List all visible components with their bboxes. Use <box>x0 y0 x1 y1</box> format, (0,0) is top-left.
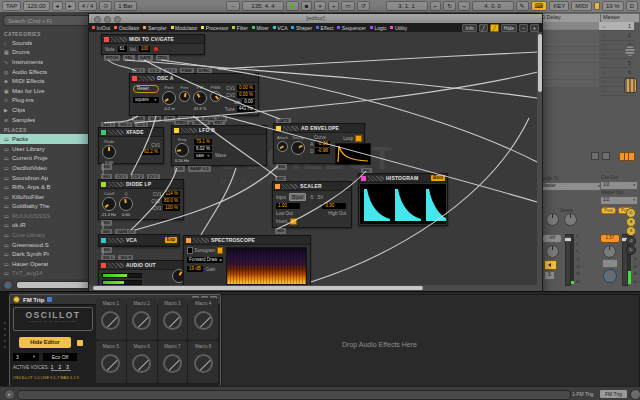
module-category-tab[interactable]: Processor <box>201 25 228 31</box>
preview-volume-box[interactable] <box>602 259 618 268</box>
browser-category[interactable]: ▣Max for Live <box>0 86 95 96</box>
hide-button[interactable]: Hide <box>501 24 517 32</box>
macro-knob[interactable]: Macro 3 <box>158 298 188 340</box>
device-activator-icon[interactable] <box>13 296 20 303</box>
module-spectroscope[interactable]: SPECTROSCOPE Sonogram Forward Draw◆ 19 d… <box>183 235 311 285</box>
device-view-edge[interactable] <box>0 292 9 387</box>
master-volume-field[interactable]: 1.57 <box>600 234 620 243</box>
module-lfo-b[interactable]: FREQDEPTHRST LFO B Freq6.50 Hz 79.1 % 6.… <box>171 119 267 172</box>
browser-place[interactable]: ▭Current Proje <box>0 154 95 164</box>
curve-d-value[interactable]: -0.98 <box>315 148 329 154</box>
reset-button[interactable]: Reset <box>133 85 159 93</box>
browser-place[interactable]: ▭Hauer Operat <box>0 259 95 269</box>
browser-place[interactable]: ▭Greenwood S <box>0 240 95 250</box>
clock-icon[interactable] <box>630 389 640 400</box>
module-category-tab[interactable]: Effect <box>316 25 333 31</box>
pwm-knob[interactable] <box>210 91 221 102</box>
browser-place[interactable]: ▭Goldbaby The <box>0 202 95 212</box>
nudge-up-button[interactable]: ▸ <box>65 1 76 11</box>
punch-in-button[interactable]: ⌐ <box>430 1 442 11</box>
scene-slot[interactable]: 2 <box>600 31 634 40</box>
port-outlet[interactable]: SIG <box>275 228 286 234</box>
play-button[interactable]: ▶ <box>286 1 299 11</box>
zoom-out-button[interactable]: − <box>519 24 528 32</box>
browser-place[interactable]: ▭Core Library <box>0 230 95 240</box>
module-ad-envelope[interactable]: GATE AD ENVELOPE Attack Decay Curve A-0.… <box>273 117 365 170</box>
macro-knob[interactable]: Macro 8 <box>188 341 218 383</box>
patch-mode-icon[interactable]: ╱ <box>479 24 488 32</box>
module-category-tab[interactable]: Oscillator <box>114 25 139 31</box>
lin-amount[interactable]: 0.00 <box>242 99 255 105</box>
port-inlet[interactable]: SIG <box>361 168 372 174</box>
port-outlet[interactable]: TRIG <box>156 55 170 61</box>
fine-knob[interactable] <box>179 91 190 102</box>
wave-select[interactable]: square▼ <box>133 97 159 103</box>
loop-button[interactable]: ↻ <box>443 1 456 11</box>
session-arrangement-toggle[interactable] <box>624 78 637 93</box>
track-tab-2[interactable]: FM Trig <box>600 390 627 398</box>
port-inlet[interactable]: SYNC <box>197 68 212 74</box>
vel-value[interactable]: 100 <box>139 46 151 52</box>
master-out-select[interactable]: 1/2▾ <box>600 196 638 205</box>
browser-category[interactable]: ◈MIDI Effects <box>0 76 95 86</box>
port-inlet[interactable]: SIG <box>275 176 286 182</box>
port-inlet[interactable]: RST <box>213 120 225 126</box>
module-category-tab[interactable]: Logic <box>370 25 386 31</box>
scene-slot[interactable]: 1 <box>600 22 634 31</box>
browser-place[interactable]: ▭Dark Synth Pr <box>0 249 95 259</box>
status-overview-bar[interactable] <box>17 390 571 400</box>
macro-knob[interactable]: Macro 1 <box>96 298 126 340</box>
return-pan-knob[interactable] <box>546 245 559 258</box>
module-category-tab[interactable]: Utility <box>390 25 407 31</box>
module-category-tab[interactable]: In/Out <box>92 25 110 31</box>
port-inlet[interactable]: GAIN CV <box>115 229 136 235</box>
module-category-tab[interactable]: VCA <box>273 25 288 31</box>
browser-place[interactable]: ▭TnT_aug14 <box>0 269 95 279</box>
port-inlet[interactable]: CV 1 <box>115 174 128 180</box>
lfo-wave-select[interactable]: saw▼ <box>194 153 212 159</box>
patch-canvas[interactable]: OSCILLOT MODULAR SYNTHESIZER MIDI TO CV/… <box>89 32 542 285</box>
post-toggle[interactable]: Post <box>601 207 616 214</box>
port-inlet[interactable]: CV 2 <box>131 174 144 180</box>
automation-arm-button[interactable]: ▭ <box>341 1 355 11</box>
cue-volume-knob[interactable] <box>603 269 617 283</box>
scope-gain-value[interactable]: 19 dB <box>187 266 203 272</box>
pw-knob[interactable] <box>193 91 207 105</box>
mixer-section-toggle[interactable]: S <box>626 226 636 236</box>
module-diode-lp[interactable]: SIGCV 1CV 2CV 3 DIODE LP Cutoff21.4 Hz Q… <box>98 173 184 226</box>
loop-checkbox[interactable] <box>355 135 362 142</box>
port-outlet[interactable]: PITCH <box>104 55 120 61</box>
time-signature-field[interactable]: 4 / 4 <box>78 1 98 11</box>
module-osc-a[interactable]: CV 1CV 2CV 3PWMSYNC OSC A Reset square▼ … <box>129 67 259 122</box>
port-outlet[interactable]: GATE <box>138 55 153 61</box>
module-audio-out[interactable]: SIG LSIG R AUDIO OUT -12 dB <box>98 254 190 285</box>
browser-place[interactable]: ▭Riffs, Arps & B <box>0 182 95 192</box>
port-inlet[interactable]: SIG 1 <box>101 122 115 128</box>
browser-category[interactable]: ◎Audio Effects <box>0 67 95 77</box>
lfo-depth-value[interactable]: 79.1 % <box>194 139 212 145</box>
port-inlet[interactable]: SIG L <box>101 255 115 261</box>
send-a-knob[interactable] <box>546 213 559 226</box>
scene-slot[interactable]: 6 <box>600 68 634 77</box>
computer-midi-keyboard-icon[interactable]: ⌨ <box>531 1 548 11</box>
master-pan-knob[interactable] <box>603 245 616 258</box>
clip-slot-grid[interactable] <box>539 22 599 88</box>
port-inlet[interactable]: SIG <box>101 174 112 180</box>
overview-toggle-icon[interactable] <box>624 45 636 57</box>
xfade-cv-amount[interactable]: 62.2 % <box>142 149 160 155</box>
module-scaler[interactable]: SIG SCALER Input Bipol -5→5V 1.00 -3.90 <box>272 175 352 234</box>
loop-start-field[interactable]: 3. 1. 1 <box>386 1 428 11</box>
cutoff-knob[interactable] <box>102 197 116 211</box>
macro-knob[interactable]: Macro 6 <box>127 341 157 383</box>
hide-editor-button[interactable]: Hide Editor <box>19 337 71 348</box>
browser-category[interactable]: ▶Clips <box>0 105 95 115</box>
low-out-value[interactable]: 1.00 <box>276 203 300 209</box>
port-inlet[interactable]: PWM <box>180 68 194 74</box>
solo-button[interactable]: S <box>544 271 555 280</box>
scene-slot[interactable]: 5 <box>600 59 634 68</box>
module-category-tab[interactable]: Filter <box>232 25 248 31</box>
exp-button[interactable]: Exp <box>165 237 177 243</box>
cv2-amount[interactable]: 0.00 % <box>237 92 255 98</box>
port-inlet[interactable]: CV 3 <box>147 174 160 180</box>
record-button[interactable]: ● <box>314 1 326 11</box>
